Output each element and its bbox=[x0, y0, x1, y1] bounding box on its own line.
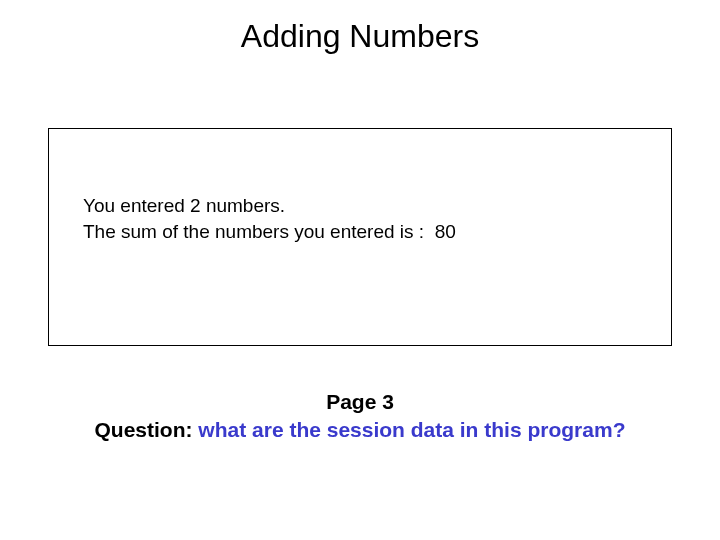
footer: Page 3 Question: what are the session da… bbox=[0, 388, 720, 445]
page-title: Adding Numbers bbox=[0, 0, 720, 55]
output-box: You entered 2 numbers. The sum of the nu… bbox=[48, 128, 672, 346]
page-number: Page 3 bbox=[0, 388, 720, 416]
output-content: You entered 2 numbers. The sum of the nu… bbox=[83, 193, 456, 244]
question-text: what are the session data in this progra… bbox=[198, 418, 625, 441]
question-label: Question: bbox=[95, 418, 199, 441]
output-line-2: The sum of the numbers you entered is : … bbox=[83, 219, 456, 245]
question-line: Question: what are the session data in t… bbox=[0, 416, 720, 444]
output-line-1: You entered 2 numbers. bbox=[83, 193, 456, 219]
